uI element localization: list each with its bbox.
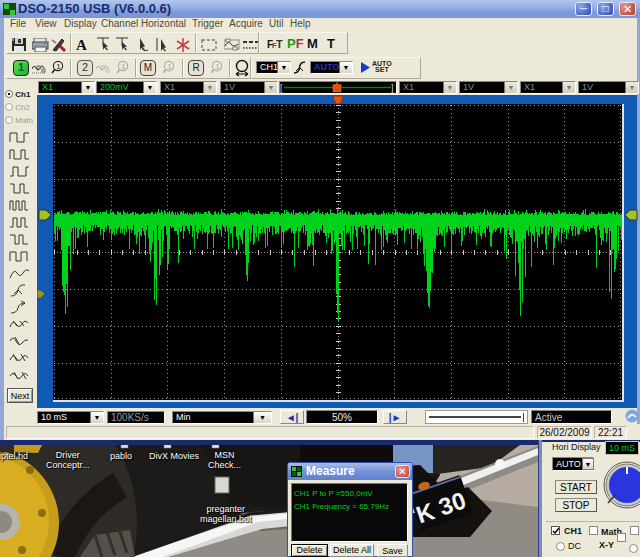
svg-text:1: 1 bbox=[121, 62, 126, 71]
svg-text:]: ] bbox=[391, 83, 394, 93]
svg-text:1: 1 bbox=[56, 62, 61, 71]
svg-text:1: 1 bbox=[167, 62, 172, 71]
svg-text:[: [ bbox=[280, 83, 283, 93]
svg-text:1: 1 bbox=[215, 62, 220, 71]
